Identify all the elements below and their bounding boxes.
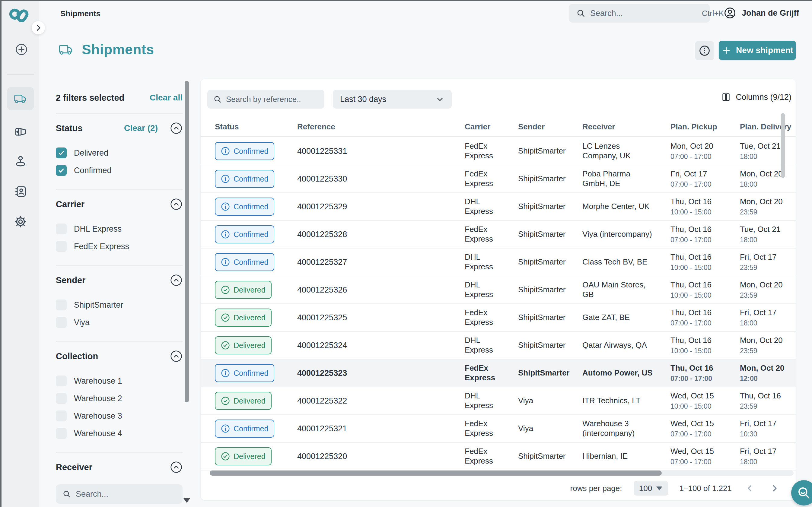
table-row[interactable]: Confirmed40001225330FedEx ExpressShipitS…	[201, 165, 796, 193]
table-row[interactable]: Delivered40001225324DHL ExpressShipitSma…	[201, 332, 796, 359]
filter-scroll-down-arrow[interactable]	[183, 498, 190, 503]
table-row[interactable]: Confirmed40001225327DHL ExpressShipitSma…	[201, 248, 796, 276]
column-header[interactable]: Plan. Delivery	[740, 122, 796, 131]
filter-panel-scrollbar[interactable]	[185, 81, 189, 402]
check-circle-icon	[221, 452, 230, 461]
status-label: Delivered	[233, 452, 266, 461]
status-badge[interactable]: Delivered	[215, 308, 272, 327]
status-badge[interactable]: Confirmed	[215, 419, 274, 438]
filter-option-label: DHL Express	[74, 224, 122, 234]
checkbox[interactable]	[56, 224, 67, 234]
search-icon	[62, 490, 71, 498]
table-row[interactable]: Delivered40001225320FedEx ExpressShipitS…	[201, 443, 796, 470]
checkbox[interactable]	[56, 241, 67, 252]
columns-button[interactable]: Columns (9/12)	[721, 92, 792, 102]
user-menu[interactable]: Johan de Grijff	[723, 7, 799, 19]
date-range-dropdown[interactable]: Last 30 days	[333, 90, 452, 109]
sidebar-expand-button[interactable]	[32, 21, 45, 35]
filter-option[interactable]: Warehouse 4	[56, 427, 182, 440]
status-badge[interactable]: Confirmed	[215, 364, 274, 382]
table-row[interactable]: Confirmed40001225323FedEx ExpressShipitS…	[201, 359, 796, 387]
receiver-cell: Gate ZAT, BE	[582, 313, 670, 323]
status-badge[interactable]: Delivered	[215, 447, 272, 465]
receiver-search[interactable]	[56, 485, 182, 504]
next-page-button[interactable]	[768, 482, 781, 495]
table-vertical-scrollbar[interactable]	[781, 113, 785, 178]
column-header[interactable]: Plan. Pickup	[670, 122, 740, 131]
filter-option[interactable]: Warehouse 3	[56, 409, 182, 423]
chevron-up-circle-icon[interactable]	[170, 350, 182, 362]
table-body: Confirmed40001225331FedEx ExpressShipitS…	[201, 137, 796, 470]
search-fab[interactable]	[791, 480, 812, 506]
sidebar-item-containers[interactable]	[7, 120, 34, 144]
horizontal-scrollbar-thumb[interactable]	[210, 470, 662, 475]
brand-logo	[9, 7, 31, 24]
table-row[interactable]: Confirmed40001225328FedEx ExpressShipitS…	[201, 221, 796, 248]
filter-option[interactable]: Warehouse 2	[56, 392, 182, 405]
receiver-cell: Morphe Center, UK	[582, 202, 670, 212]
global-search-input[interactable]	[590, 9, 697, 18]
delivery-cell: Tue, Oct 2118:00	[740, 142, 796, 161]
table-horizontal-scrollbar[interactable]	[210, 470, 794, 475]
global-search[interactable]: Ctrl+K	[569, 4, 710, 22]
status-badge[interactable]: Confirmed	[215, 142, 274, 160]
table-footer: rows per page: 100 1–100 of 1.221	[201, 478, 796, 499]
clear-all-filters-link[interactable]: Clear all	[150, 93, 182, 103]
receiver-cell: ITR Technics, LT	[582, 396, 670, 406]
table-row[interactable]: Confirmed40001225331FedEx ExpressShipitS…	[201, 137, 796, 165]
column-header[interactable]: Carrier	[465, 122, 518, 131]
checkbox[interactable]	[56, 148, 67, 158]
chevron-up-circle-icon[interactable]	[170, 461, 182, 473]
status-badge[interactable]: Confirmed	[215, 253, 274, 271]
previous-page-button[interactable]	[743, 482, 756, 495]
sidebar-item-settings[interactable]	[7, 210, 34, 233]
filter-option[interactable]: DHL Express	[56, 222, 182, 236]
status-badge[interactable]: Confirmed	[215, 198, 274, 216]
receiver-search-input[interactable]	[76, 490, 182, 499]
table-row[interactable]: Confirmed40001225329DHL ExpressShipitSma…	[201, 193, 796, 221]
table-row[interactable]: Delivered40001225326DHL ExpressShipitSma…	[201, 276, 796, 304]
reference-cell: 40001225321	[297, 424, 465, 434]
filter-option[interactable]: Confirmed	[56, 164, 182, 177]
reference-cell: 40001225330	[297, 174, 465, 184]
column-header[interactable]: Sender	[518, 122, 582, 131]
new-item-button[interactable]	[15, 43, 28, 56]
filter-option[interactable]: Delivered	[56, 146, 182, 160]
chevron-up-circle-icon[interactable]	[170, 122, 182, 134]
column-header[interactable]: Receiver	[582, 122, 670, 131]
clear-section-link[interactable]: Clear (2)	[124, 123, 158, 133]
checkbox[interactable]	[56, 299, 67, 311]
checkbox[interactable]	[56, 317, 67, 328]
sidebar-item-contacts[interactable]	[7, 180, 34, 203]
new-shipment-button[interactable]: New shipment	[719, 41, 796, 60]
sidebar-item-tracking[interactable]	[7, 150, 34, 173]
table-row[interactable]: Delivered40001225325FedEx ExpressShipitS…	[201, 304, 796, 332]
chevron-up-circle-icon[interactable]	[170, 274, 182, 286]
checkbox[interactable]	[56, 393, 67, 404]
columns-icon	[721, 92, 731, 102]
filter-option[interactable]: FedEx Express	[56, 239, 182, 253]
status-badge[interactable]: Confirmed	[215, 170, 274, 188]
reference-search[interactable]	[207, 90, 324, 109]
filter-option[interactable]: Warehouse 1	[56, 374, 182, 388]
status-badge[interactable]: Confirmed	[215, 225, 274, 243]
column-header[interactable]: Status	[215, 122, 297, 131]
filter-option[interactable]: ShipitSmarter	[56, 298, 182, 312]
table-row[interactable]: Delivered40001225322DHL ExpressViyaITR T…	[201, 387, 796, 415]
page-info-button[interactable]	[695, 41, 714, 60]
status-badge[interactable]: Delivered	[215, 336, 272, 354]
checkbox[interactable]	[56, 410, 67, 421]
status-badge[interactable]: Delivered	[215, 281, 272, 299]
sidebar-item-shipments[interactable]	[7, 87, 34, 110]
checkbox[interactable]	[56, 376, 67, 386]
rows-per-page-select[interactable]: 100	[634, 481, 668, 496]
filter-option[interactable]: Viya	[56, 316, 182, 329]
checkbox[interactable]	[56, 428, 67, 439]
status-badge[interactable]: Delivered	[215, 392, 272, 410]
chevron-up-circle-icon[interactable]	[170, 198, 182, 211]
table-row[interactable]: Confirmed40001225321FedEx ExpressViyaWar…	[201, 415, 796, 443]
column-header[interactable]: Reference	[297, 122, 465, 131]
truck-icon	[13, 93, 28, 104]
checkbox[interactable]	[56, 165, 67, 176]
reference-search-input[interactable]	[226, 95, 318, 104]
